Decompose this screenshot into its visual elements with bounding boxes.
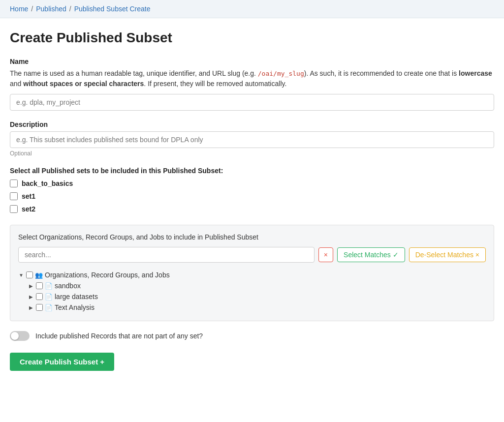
sandbox-node-label: sandbox [55, 282, 81, 290]
name-bold1: lowercase [459, 69, 492, 77]
tree-node-large-datasets: ▶ 📄 large datasets [28, 291, 486, 302]
root-node-label: Organizations, Record Groups, and Jobs [45, 271, 170, 279]
clear-search-button[interactable]: × [318, 247, 333, 262]
checkbox-label-set1[interactable]: set1 [22, 192, 35, 200]
breadcrumb-sep-2: / [69, 5, 71, 13]
sandbox-node-icon: 📄 [45, 282, 53, 290]
create-publish-subset-button[interactable]: Create Publish Subset + [10, 353, 114, 371]
breadcrumb-home[interactable]: Home [10, 5, 28, 13]
tree-container: ▼ 👥 Organizations, Record Groups, and Jo… [18, 270, 486, 313]
name-desc-part1: The name is used as a human readable tag… [10, 69, 258, 77]
root-node-icon: 👥 [35, 271, 43, 279]
large-datasets-node-icon: 📄 [45, 293, 53, 301]
tree-children: ▶ 📄 sandbox ▶ 📄 large datasets ▶ 📄 Text … [18, 280, 486, 313]
root-node-checkbox[interactable] [26, 271, 33, 278]
description-section: Description Optional [10, 121, 494, 157]
name-description: The name is used as a human readable tag… [10, 68, 494, 89]
large-datasets-expand-icon[interactable]: ▶ [28, 294, 34, 300]
breadcrumb-published[interactable]: Published [36, 5, 66, 13]
text-analysis-expand-icon[interactable]: ▶ [28, 304, 34, 310]
root-expand-icon[interactable]: ▼ [18, 272, 24, 278]
breadcrumb: Home / Published / Published Subset Crea… [10, 5, 494, 13]
tree-search-input[interactable] [18, 247, 315, 263]
toggle-label: Include published Records that are not p… [35, 332, 203, 340]
toggle-row: Include published Records that are not p… [10, 331, 494, 341]
search-row: × Select Matches ✓ De-Select Matches × [18, 247, 486, 263]
checkbox-back-to-basics[interactable] [10, 180, 18, 187]
text-analysis-node-label: Text Analysis [55, 303, 94, 311]
name-label: Name [10, 58, 494, 65]
checkboxes-section: Select all Published sets to be included… [10, 167, 494, 213]
sandbox-checkbox[interactable] [36, 282, 43, 289]
name-code-example: /oai/my_slug [258, 70, 304, 77]
name-input[interactable] [10, 94, 494, 111]
text-analysis-node-icon: 📄 [45, 304, 53, 311]
name-section: Name The name is used as a human readabl… [10, 58, 494, 111]
checkbox-set1[interactable] [10, 192, 18, 200]
select-matches-button[interactable]: Select Matches ✓ [337, 247, 405, 262]
tree-node-text-analysis: ▶ 📄 Text Analysis [28, 302, 486, 313]
breadcrumb-bar: Home / Published / Published Subset Crea… [0, 0, 504, 18]
large-datasets-checkbox[interactable] [36, 293, 43, 300]
checkbox-label-set2[interactable]: set2 [22, 205, 35, 213]
tree-node-sandbox: ▶ 📄 sandbox [28, 280, 486, 291]
sandbox-expand-icon[interactable]: ▶ [28, 283, 34, 289]
checkbox-set2[interactable] [10, 205, 18, 213]
name-desc-part3: and [10, 80, 23, 88]
checkboxes-label: Select all Published sets to be included… [10, 167, 494, 175]
page-title: Create Published Subset [10, 30, 494, 46]
name-desc-part2: ). As such, it is recommended to create … [304, 69, 459, 77]
name-desc-part4: . If present, they will be removed autom… [144, 80, 286, 88]
main-content: Create Published Subset Name The name is… [0, 18, 504, 391]
name-bold2: without spaces or special characters [23, 80, 144, 88]
tree-section: Select Organizations, Record Groups, and… [10, 225, 494, 321]
deselect-matches-button[interactable]: De-Select Matches × [409, 247, 486, 262]
checkbox-label-back-to-basics[interactable]: back_to_basics [22, 180, 73, 187]
breadcrumb-current[interactable]: Published Subset Create [74, 5, 151, 13]
checkbox-item-set2: set2 [10, 205, 494, 213]
description-input[interactable] [10, 131, 494, 148]
optional-label: Optional [10, 150, 494, 157]
checkbox-item-back-to-basics: back_to_basics [10, 180, 494, 187]
toggle-switch[interactable] [10, 331, 30, 341]
large-datasets-node-label: large datasets [55, 293, 98, 301]
text-analysis-checkbox[interactable] [36, 304, 43, 311]
tree-section-title: Select Organizations, Record Groups, and… [18, 233, 486, 241]
checkbox-item-set1: set1 [10, 192, 494, 200]
breadcrumb-sep-1: / [31, 5, 33, 13]
tree-root-node: ▼ 👥 Organizations, Record Groups, and Jo… [18, 270, 486, 280]
description-label: Description [10, 121, 494, 128]
